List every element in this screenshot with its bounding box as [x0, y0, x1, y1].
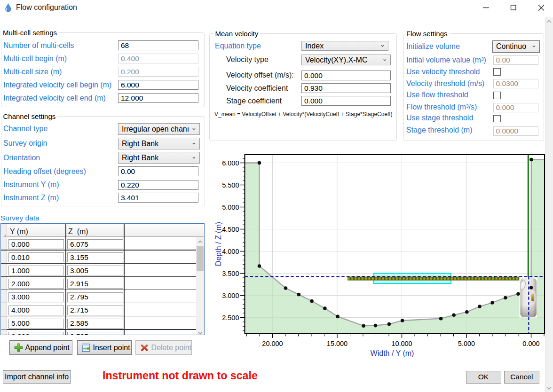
- svg-text:15.000: 15.000: [327, 340, 348, 347]
- svg-text:0.000: 0.000: [522, 340, 539, 347]
- svg-text:Depth / Z (m): Depth / Z (m): [214, 222, 222, 266]
- svg-text:6.000: 6.000: [222, 159, 239, 167]
- svg-text:10.000: 10.000: [391, 340, 412, 347]
- svg-text:Width / Y (m): Width / Y (m): [371, 349, 414, 357]
- svg-text:4.500: 4.500: [222, 226, 239, 233]
- svg-text:5.000: 5.000: [458, 340, 475, 347]
- svg-text:20.000: 20.000: [262, 340, 283, 347]
- svg-text:5.500: 5.500: [222, 181, 239, 189]
- svg-text:2.500: 2.500: [222, 314, 239, 321]
- svg-text:5.000: 5.000: [222, 204, 239, 211]
- svg-text:3.000: 3.000: [222, 292, 239, 299]
- svg-text:4.000: 4.000: [222, 248, 239, 255]
- svg-text:3.500: 3.500: [222, 270, 239, 277]
